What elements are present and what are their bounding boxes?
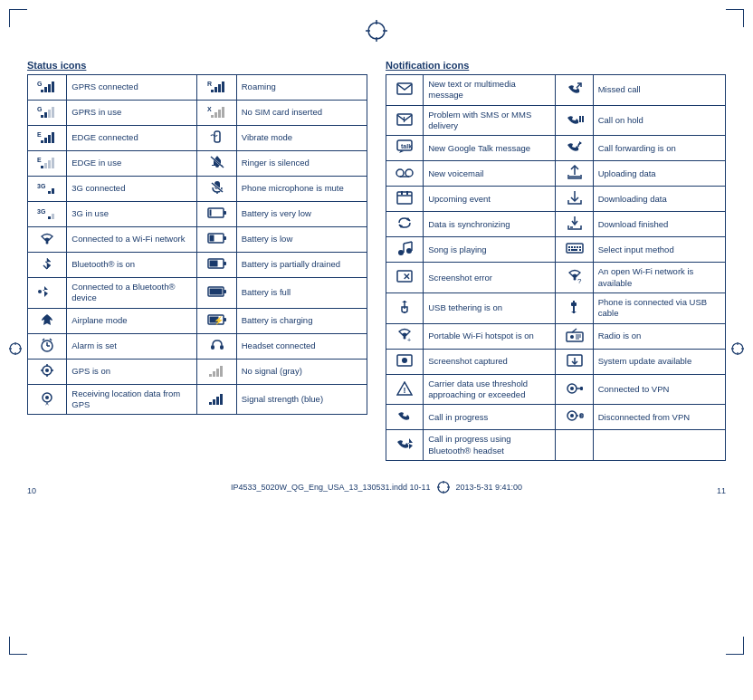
icon-cell [556,212,593,237]
icon-cell [386,237,424,263]
svg-text:✕: ✕ [403,272,410,282]
main-content: Status icons G GPRS connected R Roaming … [27,60,726,461]
icon-cell [28,384,67,415]
svg-rect-92 [216,369,219,377]
footer-file: IP4533_5020W_QG_Eng_USA_13_130531.indd 1… [231,483,431,492]
table-row: Airplane mode ⚡ Battery is charging [28,308,367,333]
icon-cell: G [28,101,67,126]
status-section: Status icons G GPRS connected R Roaming … [27,60,367,461]
svg-text:+: + [407,337,411,342]
status-icons-table: G GPRS connected R Roaming G GPRS in use… [27,74,367,415]
svg-point-116 [406,248,412,254]
svg-point-85 [45,369,49,372]
label-cell: Screenshot error [424,263,556,293]
icon-cell [556,349,593,374]
table-row: ! Carrier data use threshold approaching… [386,374,726,405]
label-cell: Ringer is silenced [236,151,367,177]
icon-cell [386,187,424,212]
label-cell: New text or multimedia message [424,75,556,106]
icon-cell [28,333,67,359]
svg-rect-113 [401,191,403,195]
svg-text:〜: 〜 [210,131,218,140]
icon-cell: E [28,126,67,151]
label-cell: No SIM card inserted [236,101,367,126]
svg-point-69 [38,290,42,293]
svg-point-62 [46,242,49,245]
icon-cell [197,177,236,202]
icon-cell [556,293,593,324]
footer-center: IP4533_5020W_QG_Eng_USA_13_130531.indd 1… [231,479,522,495]
svg-rect-67 [224,262,226,265]
svg-rect-60 [224,211,226,215]
svg-rect-34 [222,107,224,118]
svg-rect-122 [571,246,573,248]
svg-text:G: G [37,106,43,112]
svg-rect-46 [52,158,54,168]
label-cell: 3G in use [67,202,197,227]
svg-text:E: E [37,157,42,163]
icon-cell [197,278,236,309]
svg-text:talk: talk [401,143,412,149]
svg-rect-123 [574,246,576,248]
svg-rect-65 [209,235,214,242]
icon-cell [556,136,593,161]
icon-cell [556,323,593,349]
label-cell: Data is synchronizing [424,212,556,237]
icon-cell [556,237,593,263]
svg-rect-93 [220,366,223,377]
svg-rect-100 [397,83,412,94]
svg-rect-43 [41,166,43,168]
label-cell: Phone is connected via USB cable [593,293,725,324]
svg-text:X: X [207,106,212,112]
table-row: USB tethering is on Phone is connected v… [386,293,726,324]
label-cell: Call in progress using Bluetooth® headse… [424,430,556,461]
icon-cell: ✕ [386,263,424,293]
table-row: 3G 3G connected Phone microphone is mute [28,177,367,202]
svg-rect-39 [52,132,54,143]
svg-rect-31 [211,115,214,118]
label-cell: Battery is full [236,278,367,309]
svg-rect-29 [52,107,54,118]
svg-rect-121 [568,246,570,248]
label-cell: Phone microphone is mute [236,177,367,202]
table-row: ✕ Screenshot error ? An open Wi-Fi netwo… [386,263,726,293]
icon-cell [28,308,67,333]
svg-point-152 [570,414,574,417]
icon-cell: ! [386,105,424,136]
label-cell: Portable Wi-Fi hotspot is on [424,323,556,349]
label-cell: Bluetooth® is on [67,253,197,278]
icon-cell: + [386,323,424,349]
svg-text:G: G [37,81,43,87]
label-cell: Battery is charging [236,308,367,333]
svg-text:!: ! [404,386,406,395]
svg-rect-18 [48,84,51,92]
svg-rect-68 [209,261,217,267]
svg-rect-83 [220,345,224,350]
svg-rect-37 [44,138,47,143]
status-section-title: Status icons [27,60,367,71]
table-row: Call in progress using Bluetooth® headse… [386,430,726,461]
notification-section: Notification icons New text or multimedi… [386,60,726,461]
label-cell: Alarm is set [67,333,197,359]
svg-rect-74 [224,318,226,321]
svg-rect-91 [213,371,215,377]
svg-rect-32 [214,112,217,118]
table-row: E EDGE in use Ringer is silenced [28,151,367,177]
notification-section-title: Notification icons [386,60,726,71]
svg-rect-71 [224,290,226,293]
svg-text:!: ! [403,115,405,124]
icon-cell [386,212,424,237]
svg-rect-16 [41,90,43,92]
table-row: Connected to a Wi-Fi network Battery is … [28,227,367,253]
icon-cell: G [28,75,67,101]
table-row: Receiving location data from GPS Signal … [28,384,367,415]
label-cell: Battery is very low [236,202,367,227]
label-cell: Call forwarding is on [593,136,725,161]
svg-rect-27 [44,112,47,118]
corner-mark-tr [726,9,744,27]
svg-rect-104 [579,116,581,122]
label-cell: Download finished [593,212,725,237]
label-cell: 3G connected [67,177,197,202]
svg-rect-36 [41,140,43,143]
icon-cell [28,227,67,253]
